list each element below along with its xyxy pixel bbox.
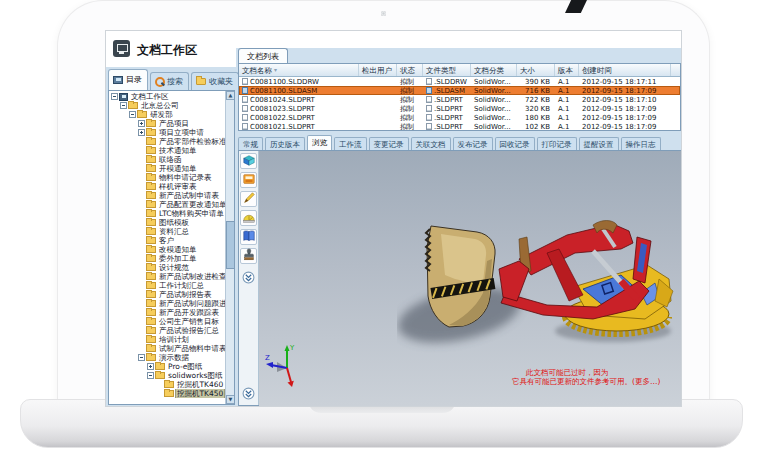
tree-item[interactable]: 演示数据 (109, 353, 226, 362)
table-row[interactable]: C0081021.SLDPRT拟制.SLDPRTSolidWor...102 K… (239, 122, 680, 131)
tree-item[interactable]: 文档工作区 (109, 92, 226, 101)
expand-icon[interactable] (147, 363, 154, 370)
created-time-cell: 2012-09-15 18:17:09 (579, 105, 671, 113)
column-header[interactable]: 大小 (517, 64, 555, 76)
column-header[interactable]: 文档名称▾ (239, 64, 359, 76)
preview-tab[interactable]: 打印记录 (537, 137, 577, 150)
tab-label: 收藏夹 (209, 76, 233, 87)
cell-text: A.1 (558, 96, 569, 104)
table-row[interactable]: C0081022.SLDPRT拟制.SLDPRTSolidWor...180 K… (239, 113, 680, 122)
column-header[interactable]: 状态 (397, 64, 423, 76)
tree-item[interactable]: 新产品开发跟踪表 (109, 308, 226, 317)
tree-item[interactable]: 联络函 (109, 155, 226, 164)
layers-book-button[interactable] (240, 229, 257, 245)
tree-item[interactable]: 北京总公司 (109, 101, 226, 110)
tree-item-label: 产品试制报告表 (158, 290, 213, 299)
computer-icon (113, 76, 123, 84)
tree-item[interactable]: 物料申请记录表 (109, 173, 226, 182)
doc-name-cell: C0081023.SLDPRT (239, 105, 359, 113)
tree-item-label: 文档工作区 (130, 92, 170, 101)
table-row[interactable]: C0081023.SLDPRT拟制.SLDPRTSolidWor...320 K… (239, 104, 680, 113)
scroll-up-button[interactable]: ▲ (226, 91, 235, 100)
column-header-label: 文件类型 (426, 66, 456, 76)
tree-item[interactable]: solidworks图纸 (109, 371, 226, 380)
expand-icon[interactable] (138, 120, 145, 127)
tree-item-label: 设计规范 (158, 263, 190, 272)
collapse-icon[interactable] (138, 354, 145, 361)
tree-item[interactable]: 资料汇总 (109, 227, 226, 236)
tab-directory[interactable]: 目录 (108, 69, 148, 90)
tree-item[interactable]: 公司生产销售目标 (109, 317, 226, 326)
measure-button[interactable] (240, 210, 257, 226)
tree-item[interactable]: 新产品试制改进检查表 (109, 272, 226, 281)
expand-icon[interactable] (138, 129, 145, 136)
warning-line-2[interactable]: 它具有可能已更新的文件参考可用。(更多…) (512, 377, 672, 386)
collapse-bottom-button[interactable] (242, 387, 255, 400)
tree-item[interactable]: 产品零部件检验标准 (109, 137, 226, 146)
preview-tab[interactable]: 工作流 (334, 137, 367, 150)
tree-item[interactable]: 产品试验报告汇总 (109, 326, 226, 335)
preview-tab[interactable]: 浏览 (307, 135, 332, 150)
collapse-top-button[interactable] (242, 271, 255, 284)
tree-item[interactable]: 产品项目 (109, 119, 226, 128)
preview-tab[interactable]: 操作日志 (621, 137, 661, 150)
tree-item[interactable]: 产品试制报告表 (109, 290, 226, 299)
tree-item[interactable]: 开模通知单 (109, 164, 226, 173)
tree-item-label: 挖掘机TK460 ( (176, 380, 226, 389)
tree-item[interactable]: 培训计划 (109, 335, 226, 344)
preview-tab[interactable]: 提醒设置 (579, 137, 619, 150)
tree-item[interactable]: 产品配置更改通知单 (109, 200, 226, 209)
out-of-date-warning[interactable]: 此文档可能已过时，因为 它具有可能已更新的文件参考可用。(更多…) (512, 368, 672, 386)
preview-tab[interactable]: 关联文档 (411, 137, 451, 150)
collapse-icon[interactable] (147, 372, 154, 379)
tree-item[interactable]: 挖掘机TK450 (109, 389, 226, 398)
tab-favorites[interactable]: 收藏夹 (191, 72, 239, 90)
tree-item[interactable]: 图纸模板 (109, 218, 226, 227)
tree-item[interactable]: 改模通知单 (109, 245, 226, 254)
version-cell: A.1 (555, 105, 579, 113)
tree-item[interactable]: 新产品试制申请表 (109, 191, 226, 200)
preview-tab[interactable]: 常规 (238, 137, 263, 150)
tree-scrollbar[interactable]: ▲ ▼ (225, 91, 234, 404)
collapse-icon[interactable] (129, 111, 136, 118)
preview-tab[interactable]: 变更记录 (369, 137, 409, 150)
doc-list-tab[interactable]: 文档列表 (238, 48, 288, 63)
document-icon (242, 105, 248, 112)
tree-item[interactable]: Pro-e图纸 (109, 362, 226, 371)
tree-item[interactable]: 设计规范 (109, 263, 226, 272)
markup-pencil-button[interactable] (240, 191, 257, 207)
table-row[interactable]: C0081100.SLDDRW拟制.SLDDRWSolidWor...390 K… (239, 77, 680, 86)
tree-item[interactable]: 项目立项申请 (109, 128, 226, 137)
tree-item[interactable]: 工作计划汇总 (109, 281, 226, 290)
table-row[interactable]: C0081100.SLDASM拟制.SLDASMSolidWor...716 K… (239, 86, 680, 95)
column-header[interactable]: 检出用户 (359, 64, 397, 76)
collapse-icon[interactable] (120, 102, 127, 109)
tree-item[interactable]: 技术通知单 (109, 146, 226, 155)
stamp-button[interactable] (240, 248, 257, 264)
tree-item[interactable]: 客户 (109, 236, 226, 245)
tree-item[interactable]: LTC物料购买申请单 (109, 209, 226, 218)
column-header[interactable]: 文件类型 (423, 64, 471, 76)
table-row[interactable]: C0081024.SLDPRT拟制.SLDPRTSolidWor...722 K… (239, 95, 680, 104)
document-icon (242, 123, 248, 130)
tree-item[interactable]: 委外加工单 (109, 254, 226, 263)
column-header[interactable]: 版本 (555, 64, 579, 76)
collapse-icon[interactable] (111, 93, 118, 100)
tree-item[interactable]: 新产品试制问题跟进表 (109, 299, 226, 308)
scroll-down-button[interactable]: ▼ (226, 395, 235, 404)
tab-search[interactable]: 搜索 (150, 72, 189, 90)
column-header[interactable]: 创建时间 (579, 64, 671, 76)
preview-tab[interactable]: 历史版本 (265, 137, 305, 150)
tree-item[interactable]: 试制产品物料申请表 (109, 344, 226, 353)
preview-tab[interactable]: 发布记录 (453, 137, 493, 150)
model-3d-button[interactable] (240, 153, 257, 169)
tree-item[interactable]: 样机评审表 (109, 182, 226, 191)
scroll-thumb[interactable] (226, 221, 235, 269)
print-button[interactable] (240, 172, 257, 188)
viewport-3d[interactable]: Y Z 此文档可能已过时，因为 它具有可能已更新的文件参考可用。(更多…) (259, 151, 682, 406)
tree-item[interactable]: 研发部 (109, 110, 226, 119)
tree-item[interactable]: 挖掘机TK460 ( (109, 380, 226, 389)
preview-tab[interactable]: 回收记录 (495, 137, 535, 150)
column-header[interactable]: 文档分类 (471, 64, 517, 76)
version-cell: A.1 (555, 114, 579, 122)
